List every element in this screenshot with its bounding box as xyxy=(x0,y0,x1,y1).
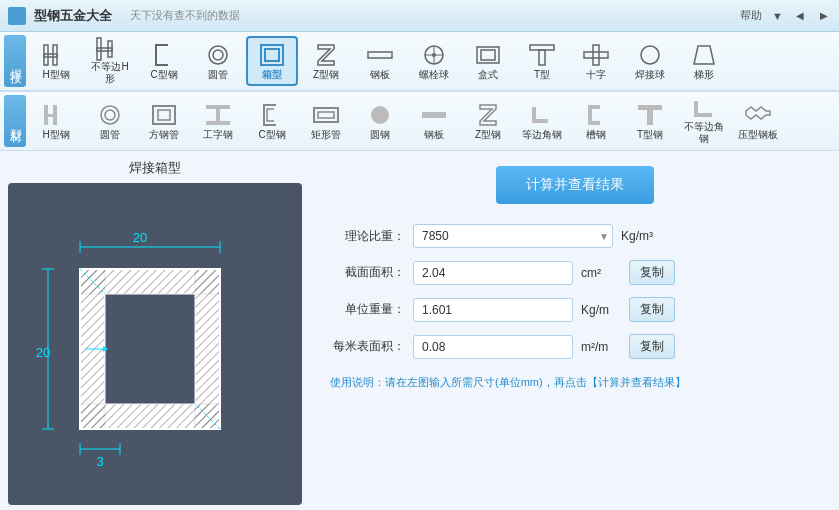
calc-button[interactable]: 计算并查看结果 xyxy=(496,166,654,204)
tool-z-steel2[interactable]: Z型钢 xyxy=(462,96,514,146)
svg-rect-10 xyxy=(368,52,392,58)
area-copy-button[interactable]: 复制 xyxy=(629,260,675,285)
tool-z-steel[interactable]: Z型钢 xyxy=(300,36,352,86)
tool-plate[interactable]: 钢板 xyxy=(354,36,406,86)
area-input[interactable] xyxy=(413,261,573,285)
svg-rect-29 xyxy=(206,105,230,109)
weld-ball-icon xyxy=(635,41,665,69)
tool-round-tube[interactable]: 圆管 xyxy=(192,36,244,86)
svg-rect-28 xyxy=(158,110,170,120)
tool-equal-angle-label: 等边角钢 xyxy=(522,129,562,141)
density-select[interactable]: 7850 7800 7750 xyxy=(413,224,613,248)
surface-input[interactable] xyxy=(413,335,573,359)
tool-t-type-label: T型 xyxy=(534,69,550,81)
svg-rect-35 xyxy=(422,112,446,118)
svg-point-34 xyxy=(371,106,389,124)
weight-copy-button[interactable]: 复制 xyxy=(629,297,675,322)
toolbar-weld: 焊接 H型钢 xyxy=(0,32,839,91)
tool-c-steel[interactable]: C型钢 xyxy=(138,36,190,86)
tool-round-tube2-label: 圆管 xyxy=(100,129,120,141)
svg-point-6 xyxy=(209,46,227,64)
tool-h-beam2[interactable]: H型钢 xyxy=(30,96,82,146)
tool-channel-label: 槽钢 xyxy=(586,129,606,141)
tool-round-tube2[interactable]: 圆管 xyxy=(84,96,136,146)
unequal-h-icon xyxy=(95,37,125,61)
tool-rect-tube[interactable]: 矩形管 xyxy=(300,96,352,146)
tool-cross[interactable]: 十字 xyxy=(570,36,622,86)
round-bar-icon xyxy=(365,101,395,129)
unequal-angle-icon xyxy=(689,97,719,121)
density-select-wrapper: 7850 7800 7750 ▼ xyxy=(413,224,613,248)
diagram-canvas: 20 20 3 3 xyxy=(8,183,302,505)
tool-square-tube-label: 方钢管 xyxy=(149,129,179,141)
tool-equal-angle[interactable]: 等边角钢 xyxy=(516,96,568,146)
back-button[interactable]: ◀ xyxy=(793,9,807,23)
forward-button[interactable]: ▶ xyxy=(817,9,831,23)
tool-plate2[interactable]: 钢板 xyxy=(408,96,460,146)
tool-box-type[interactable]: 盒式 xyxy=(462,36,514,86)
weight-unit: Kg/m xyxy=(581,303,621,317)
tool-press-plate[interactable]: 压型钢板 xyxy=(732,96,784,146)
tool-h-beam[interactable]: H型钢 xyxy=(30,36,82,86)
svg-rect-31 xyxy=(206,121,230,125)
title-btn-divider: ▼ xyxy=(772,10,783,22)
tool-square-tube[interactable]: 方钢管 xyxy=(138,96,190,146)
svg-rect-16 xyxy=(481,50,495,60)
svg-rect-27 xyxy=(153,106,175,124)
z-steel2-icon xyxy=(473,101,503,129)
toolbar-items-weld: H型钢 不等边H形 xyxy=(30,36,835,86)
tool-press-plate-label: 压型钢板 xyxy=(738,129,778,141)
surface-unit: m²/m xyxy=(581,340,621,354)
h-beam-icon xyxy=(41,41,71,69)
c-steel2-icon xyxy=(257,101,287,129)
tool-unequal-angle[interactable]: 不等边角钢 xyxy=(678,96,730,146)
tool-weld-ball[interactable]: 焊接球 xyxy=(624,36,676,86)
tool-h-beam-label: H型钢 xyxy=(42,69,69,81)
right-panel: 计算并查看结果 理论比重： 7850 7800 7750 ▼ Kg/m³ 截面面… xyxy=(310,151,839,510)
svg-rect-18 xyxy=(539,50,545,65)
svg-rect-5 xyxy=(97,48,112,51)
weight-input[interactable] xyxy=(413,298,573,322)
svg-text:20: 20 xyxy=(36,345,50,360)
toolbar-row-1: 焊接 H型钢 xyxy=(0,32,839,90)
tool-screw-ball[interactable]: 螺栓球 xyxy=(408,36,460,86)
tool-channel[interactable]: 槽钢 xyxy=(570,96,622,146)
svg-rect-33 xyxy=(318,112,334,118)
svg-point-7 xyxy=(213,50,223,60)
tool-i-beam[interactable]: 工字钢 xyxy=(192,96,244,146)
title-bar-right: 帮助 ▼ ◀ ▶ xyxy=(740,8,831,23)
t-steel-icon xyxy=(635,101,665,129)
toolbar-label-material: 型材 xyxy=(4,95,26,147)
area-row: 截面面积： cm² 复制 xyxy=(330,260,819,285)
tool-t-steel[interactable]: T型钢 xyxy=(624,96,676,146)
tool-box[interactable]: 箱型 xyxy=(246,36,298,86)
t-type-icon xyxy=(527,41,557,69)
tool-round-bar[interactable]: 圆钢 xyxy=(354,96,406,146)
tool-t-type[interactable]: T型 xyxy=(516,36,568,86)
h-beam2-icon xyxy=(41,101,71,129)
weight-row: 单位重量： Kg/m 复制 xyxy=(330,297,819,322)
tool-unequal-angle-label: 不等边角钢 xyxy=(681,121,727,145)
svg-point-25 xyxy=(101,106,119,124)
area-label: 截面面积： xyxy=(330,264,405,281)
box-type-icon xyxy=(473,41,503,69)
svg-rect-9 xyxy=(265,49,279,61)
help-button[interactable]: 帮助 xyxy=(740,8,762,23)
tool-round-tube-label: 圆管 xyxy=(208,69,228,81)
screw-ball-icon xyxy=(419,41,449,69)
tool-c-steel-label: C型钢 xyxy=(150,69,177,81)
usage-hint-highlight: 计算并查看结果 xyxy=(598,376,675,388)
surface-row: 每米表面积： m²/m 复制 xyxy=(330,334,819,359)
surface-copy-button[interactable]: 复制 xyxy=(629,334,675,359)
tool-unequal-h-label: 不等边H形 xyxy=(87,61,133,85)
svg-marker-36 xyxy=(480,105,496,125)
tool-c-steel2[interactable]: C型钢 xyxy=(246,96,298,146)
density-unit: Kg/m³ xyxy=(621,229,661,243)
surface-label: 每米表面积： xyxy=(330,338,405,355)
tool-trapezoid[interactable]: 梯形 xyxy=(678,36,730,86)
diagram-svg: 20 20 3 3 xyxy=(20,219,290,469)
equal-angle-icon xyxy=(527,101,557,129)
tool-unequal-h[interactable]: 不等边H形 xyxy=(84,36,136,86)
tool-round-bar-label: 圆钢 xyxy=(370,129,390,141)
square-tube-icon xyxy=(149,101,179,129)
